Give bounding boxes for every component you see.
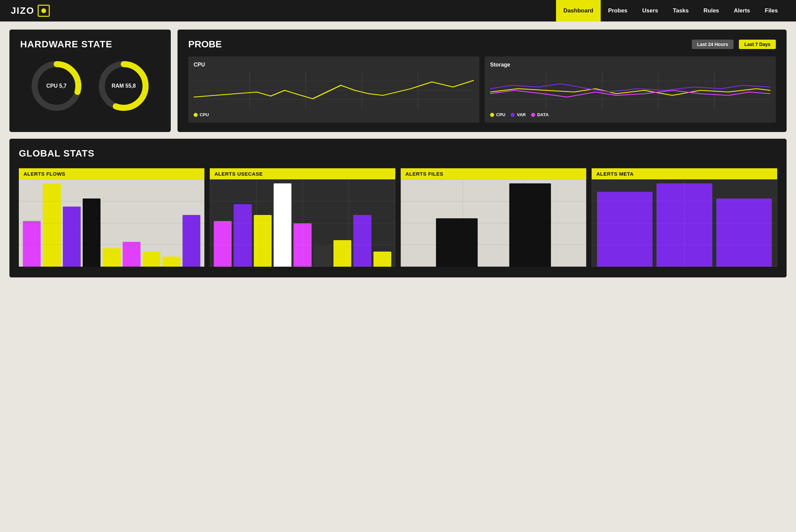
cpu-line-chart	[194, 72, 474, 109]
probe-header: PROBE Last 24 Hours Last 7 Days	[188, 39, 776, 50]
alerts-meta-title: ALERTS META	[592, 168, 777, 179]
bar-flows-2	[43, 183, 60, 267]
nav-alerts[interactable]: Alerts	[726, 0, 757, 21]
alerts-flows-box: ALERTS FLOWS	[19, 168, 204, 267]
nav-files[interactable]: Files	[757, 0, 785, 21]
legend-label-cpu: CPU	[200, 112, 209, 117]
bar-flows-7	[143, 251, 160, 267]
bar-flows-6	[123, 242, 141, 267]
bar-flows-4	[83, 198, 101, 267]
bar-meta-3	[716, 198, 772, 267]
logo-icon	[38, 5, 50, 17]
bar-meta-2	[656, 183, 712, 267]
ram-gauge: RAM 55,8	[97, 59, 150, 113]
bar-usecase-4	[274, 183, 291, 267]
legend-label-storage-cpu: CPU	[496, 112, 505, 117]
cpu-chart-legend: CPU	[194, 112, 474, 117]
bar-usecase-1	[214, 221, 232, 267]
gauges-row: CPU 5,7 RAM 55,8	[20, 59, 160, 113]
legend-cpu: CPU	[194, 112, 209, 117]
nav-rules[interactable]: Rules	[696, 0, 726, 21]
global-stats-card: GLOBAL STATS ALERTS FLOWS	[10, 139, 786, 278]
bar-usecase-6	[314, 246, 331, 267]
storage-line-chart	[490, 72, 771, 109]
ram-gauge-label: RAM 55,8	[112, 83, 136, 89]
cpu-chart-box: CPU	[188, 56, 480, 122]
bar-usecase-3	[254, 215, 272, 267]
hardware-title: HARDWARE STATE	[20, 39, 160, 50]
bar-usecase-5	[293, 223, 311, 267]
bar-files-1	[436, 218, 478, 267]
alerts-meta-chart	[592, 179, 777, 267]
bar-flows-9	[182, 215, 200, 267]
bar-usecase-8	[353, 215, 371, 267]
cpu-gauge-label: CPU 5,7	[47, 83, 67, 89]
legend-dot-data	[531, 113, 535, 117]
nav-dashboard[interactable]: Dashboard	[556, 0, 601, 21]
alerts-usecase-chart	[210, 179, 395, 267]
bar-usecase-9	[374, 251, 391, 267]
legend-dot-var	[511, 113, 514, 117]
hardware-state-card: HARDWARE STATE CPU 5,7	[10, 30, 171, 132]
legend-dot-storage-cpu	[490, 113, 494, 117]
main-content: HARDWARE STATE CPU 5,7	[0, 21, 796, 285]
storage-chart-box: Storage	[485, 56, 776, 122]
alerts-flows-title: ALERTS FLOWS	[19, 168, 204, 179]
legend-dot-cpu	[194, 113, 198, 117]
logo-text: JIZO	[11, 5, 34, 16]
bar-flows-5	[103, 248, 120, 267]
time-btn-24h[interactable]: Last 24 Hours	[692, 40, 734, 49]
nav-probes[interactable]: Probes	[601, 0, 635, 21]
bar-usecase-7	[333, 240, 351, 267]
global-stats-title: GLOBAL STATS	[19, 148, 777, 159]
alerts-usecase-title: ALERTS USECASE	[210, 168, 395, 179]
nav-tasks[interactable]: Tasks	[666, 0, 696, 21]
legend-storage-cpu: CPU	[490, 112, 505, 117]
probe-title: PROBE	[188, 39, 222, 50]
legend-storage-data: DATA	[531, 112, 548, 117]
alerts-meta-box: ALERTS META	[592, 168, 777, 267]
nav-links: Dashboard Probes Users Tasks Rules Alert…	[556, 0, 785, 21]
alerts-files-chart	[401, 179, 586, 267]
probe-charts-row: CPU	[188, 56, 776, 122]
logo: JIZO	[11, 5, 50, 17]
cpu-gauge: CPU 5,7	[30, 59, 83, 113]
alerts-files-title: ALERTS FILES	[401, 168, 586, 179]
bar-usecase-2	[234, 204, 251, 267]
stats-charts-row: ALERTS FLOWS	[19, 168, 777, 267]
navbar: JIZO Dashboard Probes Users Tasks Rules …	[0, 0, 796, 21]
top-row: HARDWARE STATE CPU 5,7	[10, 30, 786, 132]
alerts-flows-chart	[19, 179, 204, 267]
legend-label-data: DATA	[537, 112, 548, 117]
legend-label-var: VAR	[517, 112, 525, 117]
cpu-chart-title: CPU	[194, 62, 474, 68]
nav-users[interactable]: Users	[635, 0, 666, 21]
alerts-files-box: ALERTS FILES	[401, 168, 586, 267]
storage-chart-area	[490, 72, 771, 109]
bar-meta-1	[597, 192, 652, 267]
probe-card: PROBE Last 24 Hours Last 7 Days CPU	[178, 30, 786, 132]
legend-storage-var: VAR	[511, 112, 525, 117]
cpu-chart-area	[194, 72, 474, 109]
target-icon	[41, 8, 46, 13]
bar-flows-8	[162, 256, 180, 267]
bar-flows-1	[23, 221, 41, 267]
storage-chart-legend: CPU VAR DATA	[490, 112, 771, 117]
alerts-usecase-box: ALERTS USECASE	[210, 168, 395, 267]
time-btn-7d[interactable]: Last 7 Days	[739, 40, 776, 49]
storage-chart-title: Storage	[490, 62, 771, 68]
bar-flows-3	[63, 207, 81, 267]
bar-files-2	[509, 183, 551, 267]
